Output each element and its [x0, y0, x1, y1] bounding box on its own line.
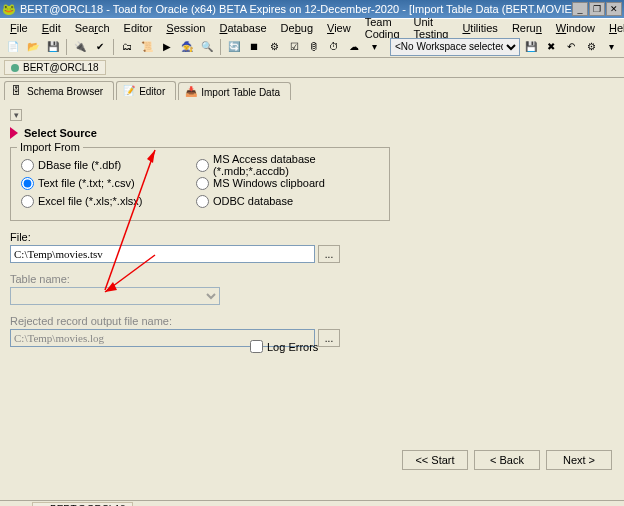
menu-edit[interactable]: Edit [36, 21, 67, 35]
tab-schema-browser[interactable]: 🗄 Schema Browser [4, 81, 114, 100]
tool-cog-icon[interactable]: ⚙ [265, 38, 283, 56]
tool-ws-undo-icon[interactable]: ↶ [562, 38, 580, 56]
tool-explorer-icon[interactable]: 🗂 [118, 38, 136, 56]
document-tabs: 🗄 Schema Browser 📝 Editor 📥 Import Table… [0, 78, 624, 100]
app-icon: 🐸 [2, 3, 16, 16]
back-button[interactable]: < Back [474, 450, 540, 470]
radio-clipboard[interactable] [196, 177, 209, 190]
tool-more-icon[interactable]: ▾ [365, 38, 383, 56]
editor-icon: 📝 [123, 85, 135, 97]
tool-ws-del-icon[interactable]: ✖ [542, 38, 560, 56]
menu-debug[interactable]: Debug [275, 21, 319, 35]
schema-icon: 🗄 [11, 85, 23, 97]
workspace-select[interactable]: <No Workspace selected> [390, 38, 520, 56]
table-label: Table name: [10, 273, 340, 285]
menu-help[interactable]: Help [603, 21, 624, 35]
import-from-group: Import From DBase file (*.dbf) Text file… [10, 147, 390, 221]
workspace-area: <No Workspace selected> 💾 ✖ ↶ ⚙ ▾ [390, 38, 620, 56]
menu-window[interactable]: Window [550, 21, 601, 35]
log-errors-label: Log Errors [267, 341, 318, 353]
tool-ws-cfg-icon[interactable]: ⚙ [582, 38, 600, 56]
tool-save-icon[interactable]: 💾 [44, 38, 62, 56]
menu-bar: File Edit Search Editor Session Database… [0, 18, 624, 36]
radio-odbc[interactable] [196, 195, 209, 208]
tool-session-icon[interactable]: 🔌 [71, 38, 89, 56]
maximize-button[interactable]: ❐ [589, 2, 605, 16]
content-area: ▾ Select Source Import From DBase file (… [0, 100, 624, 500]
tool-new-icon[interactable]: 📄 [4, 38, 22, 56]
menu-rerun[interactable]: Rerun [506, 21, 548, 35]
table-section: Table name: [10, 273, 340, 305]
tool-db-icon[interactable]: 🛢 [305, 38, 323, 56]
log-errors-row: Log Errors [250, 340, 318, 353]
menu-search[interactable]: Search [69, 21, 116, 35]
tool-run-icon[interactable]: ▶ [158, 38, 176, 56]
radio-text[interactable] [21, 177, 34, 190]
tool-open-icon[interactable]: 📂 [24, 38, 42, 56]
radio-excel[interactable] [21, 195, 34, 208]
tool-find-icon[interactable]: 🔍 [198, 38, 216, 56]
radio-access[interactable] [196, 159, 209, 172]
menu-session[interactable]: Session [160, 21, 211, 35]
connection-label: BERT@ORCL18 [23, 62, 99, 73]
start-button[interactable]: << Start [402, 450, 468, 470]
file-section: File: ... [10, 231, 340, 263]
title-bar: 🐸 BERT@ORCL18 - Toad for Oracle (x64) BE… [0, 0, 624, 18]
tool-ws-save-icon[interactable]: 💾 [522, 38, 540, 56]
file-input[interactable] [10, 245, 315, 263]
log-errors-checkbox[interactable] [250, 340, 263, 353]
minimize-button[interactable]: _ [572, 2, 588, 16]
wizard-arrow-icon [10, 127, 18, 139]
next-button[interactable]: Next > [546, 450, 612, 470]
connection-status-icon [11, 64, 19, 72]
group-title: Import From [17, 141, 83, 153]
menu-editor[interactable]: Editor [118, 21, 159, 35]
wizard-header: Select Source [10, 127, 614, 139]
tool-commit-icon[interactable]: ✔ [91, 38, 109, 56]
menu-file[interactable]: File [4, 21, 34, 35]
radio-dbase[interactable] [21, 159, 34, 172]
browse-file-button[interactable]: ... [318, 245, 340, 263]
tool-stop-icon[interactable]: ⏹ [245, 38, 263, 56]
connection-bar: BERT@ORCL18 [0, 58, 624, 78]
tool-check-icon[interactable]: ☑ [285, 38, 303, 56]
title-text: BERT@ORCL18 - Toad for Oracle (x64) BETA… [16, 3, 572, 15]
reject-label: Rejected record output file name: [10, 315, 340, 327]
connection-chip[interactable]: BERT@ORCL18 [4, 60, 106, 75]
table-select [10, 287, 220, 305]
tool-refresh-icon[interactable]: 🔄 [225, 38, 243, 56]
toolbar: 📄 📂 💾 🔌 ✔ 🗂 📜 ▶ 🧙 🔍 🔄 ⏹ ⚙ ☑ 🛢 ⏱ ☁ ▾ <No … [0, 36, 624, 58]
footer-tabs: ◄ ► BERT@ORCL18 [0, 500, 624, 506]
file-label: File: [10, 231, 340, 243]
menu-database[interactable]: Database [213, 21, 272, 35]
wizard-title-text: Select Source [24, 127, 97, 139]
footer-nav-left-icon[interactable]: ◄ [4, 503, 18, 507]
browse-reject-button[interactable]: ... [318, 329, 340, 347]
menu-utilities[interactable]: Utilities [456, 21, 503, 35]
import-icon: 📥 [185, 86, 197, 98]
footer-nav-right-icon[interactable]: ► [18, 503, 32, 507]
tool-script-icon[interactable]: 📜 [138, 38, 156, 56]
collapse-toggle[interactable]: ▾ [10, 109, 22, 121]
tab-import-table-data[interactable]: 📥 Import Table Data [178, 82, 291, 101]
tool-ws-more-icon[interactable]: ▾ [602, 38, 620, 56]
menu-view[interactable]: View [321, 21, 357, 35]
tab-editor[interactable]: 📝 Editor [116, 81, 176, 100]
wizard-nav: << Start < Back Next > [402, 450, 612, 470]
tool-wizard-icon[interactable]: 🧙 [178, 38, 196, 56]
tool-cloud-icon[interactable]: ☁ [345, 38, 363, 56]
footer-connection-tab[interactable]: BERT@ORCL18 [32, 502, 133, 506]
tool-clock-icon[interactable]: ⏱ [325, 38, 343, 56]
close-button[interactable]: ✕ [606, 2, 622, 16]
